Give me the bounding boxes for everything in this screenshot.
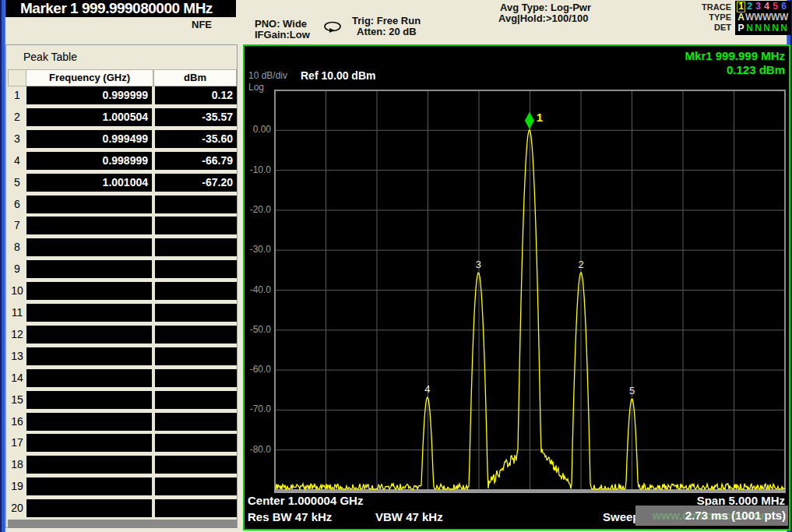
row-frequency <box>26 260 153 278</box>
trigger-annotation[interactable]: Trig: Free Run <box>352 16 421 26</box>
row-number-column-header <box>8 69 26 86</box>
row-number: 3 <box>8 130 26 148</box>
peak-number-label: 4 <box>424 383 430 395</box>
row-frequency <box>26 238 153 256</box>
row-frequency <box>26 304 153 322</box>
row-dbm <box>155 217 237 234</box>
atten-annotation[interactable]: Atten: 20 dB <box>357 26 417 37</box>
peak-table-title: Peak Table <box>23 51 77 63</box>
peak-number-label: 5 <box>629 385 635 396</box>
instrument-screen: Marker 1 999.999080000 MHz NFE PNO: Wide… <box>0 0 792 532</box>
sweep-label[interactable]: Sweep <box>603 510 640 523</box>
row-dbm <box>155 238 237 256</box>
ifgain-annotation[interactable]: IFGain:Low <box>255 30 310 41</box>
row-frequency <box>26 282 153 300</box>
row-frequency: 1.000504 <box>26 108 153 126</box>
row-number: 4 <box>8 152 26 170</box>
sweep-time-value: 2.73 ms (1001 pts) <box>685 506 786 526</box>
table-row: 9 <box>8 260 237 278</box>
row-number: 14 <box>8 369 26 387</box>
table-row: 16 <box>8 413 237 431</box>
table-row: 21.000504-35.57 <box>8 108 237 126</box>
table-row: 13 <box>8 347 237 365</box>
window-frame-left <box>0 0 5 532</box>
row-frequency <box>26 434 153 452</box>
avg-hold-annotation[interactable]: Avg|Hold:>100/100 <box>498 13 589 24</box>
row-dbm: -66.79 <box>155 152 237 170</box>
row-number: 11 <box>8 304 26 322</box>
row-frequency: 0.999999 <box>26 86 153 104</box>
row-number: 20 <box>8 499 26 517</box>
table-row: 10.9999990.12 <box>8 86 237 104</box>
table-row: 51.001004-67.20 <box>8 174 237 192</box>
row-frequency <box>26 499 153 517</box>
row-number: 2 <box>8 108 26 126</box>
table-row: 12 <box>8 326 237 344</box>
row-frequency <box>26 347 153 365</box>
row-frequency <box>26 477 153 495</box>
table-row: 17 <box>8 434 237 452</box>
table-row: 18 <box>8 456 237 474</box>
center-frequency-annotation[interactable]: Center 1.000004 GHz <box>248 494 363 507</box>
table-row: 30.999499-35.60 <box>8 130 237 148</box>
row-number: 12 <box>8 326 26 344</box>
rbw-annotation[interactable]: Res BW 47 kHz <box>248 510 332 523</box>
row-frequency <box>26 391 153 409</box>
type-legend-label: TYPE <box>709 12 731 22</box>
nfe-annotation[interactable]: NFE <box>192 19 212 30</box>
row-dbm: 0.12 <box>155 86 237 104</box>
row-number: 7 <box>8 217 26 234</box>
pno-annotation[interactable]: PNO: Wide <box>255 19 307 30</box>
row-number: 19 <box>8 477 26 495</box>
continuous-sweep-icon[interactable] <box>322 20 343 36</box>
avg-type-annotation[interactable]: Avg Type: Log-Pwr <box>500 2 591 13</box>
row-number: 15 <box>8 391 26 409</box>
row-frequency <box>26 326 153 344</box>
row-frequency <box>26 456 153 474</box>
row-number: 1 <box>8 86 26 104</box>
row-dbm: -35.60 <box>155 130 237 148</box>
peak-number-label: 3 <box>476 259 481 270</box>
sweep-time-highlight[interactable]: www.cmsources.com 2.73 ms (1001 pts) <box>635 506 788 526</box>
marker1-diamond-icon[interactable] <box>525 112 534 129</box>
row-number: 10 <box>8 282 26 300</box>
row-frequency: 0.999499 <box>26 130 153 148</box>
table-row: 6 <box>8 196 237 213</box>
row-dbm <box>155 304 237 322</box>
row-frequency: 0.998999 <box>26 152 153 170</box>
row-dbm <box>155 456 237 474</box>
spectrum-plot: 12345 <box>245 46 789 529</box>
row-dbm: -67.20 <box>155 174 237 192</box>
row-frequency: 1.001004 <box>26 174 153 192</box>
row-frequency <box>26 217 153 234</box>
table-row: 10 <box>8 282 237 300</box>
row-dbm <box>155 260 237 278</box>
vbw-annotation[interactable]: VBW 47 kHz <box>375 510 443 523</box>
row-dbm <box>155 391 237 409</box>
frequency-column-header: Frequency (GHz) <box>26 69 153 86</box>
row-dbm: -35.57 <box>155 108 237 126</box>
trace-number-row: 123456 <box>737 2 791 12</box>
row-frequency <box>26 196 153 213</box>
row-dbm <box>155 196 237 213</box>
marker1-number-label: 1 <box>537 111 543 124</box>
marker-readout-bar[interactable]: Marker 1 999.999080000 MHz <box>5 0 236 17</box>
table-row: 15 <box>8 391 237 409</box>
table-row: 11 <box>8 304 237 322</box>
table-row: 14 <box>8 369 237 387</box>
table-row: 8 <box>8 238 237 256</box>
row-number: 13 <box>8 347 26 365</box>
row-frequency <box>26 413 153 431</box>
row-dbm <box>155 434 237 452</box>
row-dbm <box>155 369 237 387</box>
table-scroll-strip[interactable] <box>8 520 237 528</box>
row-dbm <box>155 326 237 344</box>
dbm-column-header: dBm <box>153 69 237 86</box>
row-dbm <box>155 477 237 495</box>
table-row: 40.998999-66.79 <box>8 152 237 170</box>
trace-legend-box[interactable]: 123456 AWWWWW PNNNNN <box>735 1 791 35</box>
peak-number-label: 2 <box>578 259 583 270</box>
spectrum-display[interactable]: Mkr1 999.999 MHz 0.123 dBm 10 dB/div Log… <box>243 44 790 530</box>
table-row: 20 <box>8 499 237 517</box>
row-number: 6 <box>8 196 26 213</box>
